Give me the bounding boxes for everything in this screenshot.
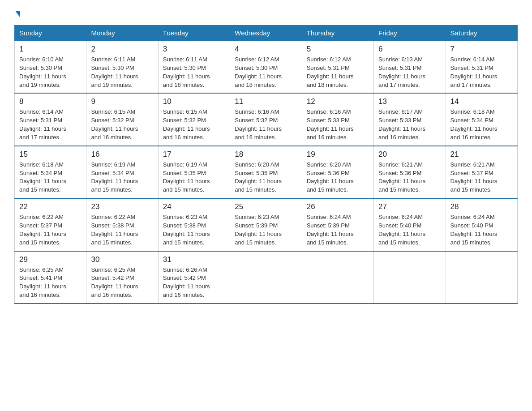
calendar-cell: 15 Sunrise: 6:18 AM Sunset: 5:34 PM Dayl… bbox=[15, 146, 86, 198]
calendar-week-row: 1 Sunrise: 6:10 AM Sunset: 5:30 PM Dayli… bbox=[15, 41, 518, 93]
day-number: 28 bbox=[450, 202, 513, 211]
day-info: Sunrise: 6:16 AM Sunset: 5:32 PM Dayligh… bbox=[235, 108, 297, 141]
day-number: 27 bbox=[378, 202, 441, 211]
calendar-week-row: 15 Sunrise: 6:18 AM Sunset: 5:34 PM Dayl… bbox=[15, 146, 518, 198]
day-info: Sunrise: 6:20 AM Sunset: 5:36 PM Dayligh… bbox=[307, 161, 369, 194]
page-header bbox=[14, 11, 518, 17]
day-info: Sunrise: 6:10 AM Sunset: 5:30 PM Dayligh… bbox=[19, 56, 82, 89]
calendar-cell: 18 Sunrise: 6:20 AM Sunset: 5:35 PM Dayl… bbox=[230, 146, 302, 198]
calendar-cell: 7 Sunrise: 6:14 AM Sunset: 5:31 PM Dayli… bbox=[446, 41, 517, 93]
day-info: Sunrise: 6:18 AM Sunset: 5:34 PM Dayligh… bbox=[450, 108, 513, 141]
day-info: Sunrise: 6:14 AM Sunset: 5:31 PM Dayligh… bbox=[450, 56, 513, 89]
day-number: 17 bbox=[163, 150, 225, 159]
calendar-cell bbox=[374, 251, 446, 304]
day-info: Sunrise: 6:21 AM Sunset: 5:36 PM Dayligh… bbox=[378, 161, 441, 194]
calendar-cell: 11 Sunrise: 6:16 AM Sunset: 5:32 PM Dayl… bbox=[230, 93, 302, 146]
day-info: Sunrise: 6:26 AM Sunset: 5:42 PM Dayligh… bbox=[163, 266, 225, 300]
calendar-cell: 24 Sunrise: 6:23 AM Sunset: 5:38 PM Dayl… bbox=[158, 198, 230, 251]
day-info: Sunrise: 6:13 AM Sunset: 5:31 PM Dayligh… bbox=[378, 56, 441, 89]
day-number: 29 bbox=[19, 255, 82, 264]
calendar-cell: 8 Sunrise: 6:14 AM Sunset: 5:31 PM Dayli… bbox=[15, 93, 86, 146]
day-number: 3 bbox=[163, 45, 225, 54]
logo-arrow-icon bbox=[15, 11, 20, 17]
weekday-header-friday: Friday bbox=[374, 26, 446, 41]
calendar-cell: 22 Sunrise: 6:22 AM Sunset: 5:37 PM Dayl… bbox=[15, 198, 86, 251]
day-info: Sunrise: 6:20 AM Sunset: 5:35 PM Dayligh… bbox=[235, 161, 297, 194]
day-info: Sunrise: 6:22 AM Sunset: 5:37 PM Dayligh… bbox=[19, 213, 82, 247]
day-info: Sunrise: 6:25 AM Sunset: 5:42 PM Dayligh… bbox=[91, 266, 153, 300]
weekday-header-row: SundayMondayTuesdayWednesdayThursdayFrid… bbox=[15, 26, 518, 41]
logo bbox=[14, 11, 20, 17]
calendar-cell: 23 Sunrise: 6:22 AM Sunset: 5:38 PM Dayl… bbox=[86, 198, 158, 251]
calendar-cell: 30 Sunrise: 6:25 AM Sunset: 5:42 PM Dayl… bbox=[86, 251, 158, 304]
calendar-cell: 2 Sunrise: 6:11 AM Sunset: 5:30 PM Dayli… bbox=[86, 41, 158, 93]
day-info: Sunrise: 6:14 AM Sunset: 5:31 PM Dayligh… bbox=[19, 108, 82, 141]
calendar-cell: 29 Sunrise: 6:25 AM Sunset: 5:41 PM Dayl… bbox=[15, 251, 86, 304]
calendar-cell: 5 Sunrise: 6:12 AM Sunset: 5:31 PM Dayli… bbox=[302, 41, 373, 93]
weekday-header-tuesday: Tuesday bbox=[158, 26, 230, 41]
day-info: Sunrise: 6:12 AM Sunset: 5:31 PM Dayligh… bbox=[307, 56, 369, 89]
day-number: 26 bbox=[307, 202, 369, 211]
day-number: 9 bbox=[91, 97, 153, 106]
calendar-cell: 3 Sunrise: 6:11 AM Sunset: 5:30 PM Dayli… bbox=[158, 41, 230, 93]
day-number: 10 bbox=[163, 97, 225, 106]
calendar-cell: 12 Sunrise: 6:16 AM Sunset: 5:33 PM Dayl… bbox=[302, 93, 373, 146]
day-info: Sunrise: 6:24 AM Sunset: 5:39 PM Dayligh… bbox=[307, 213, 369, 247]
calendar-cell: 25 Sunrise: 6:23 AM Sunset: 5:39 PM Dayl… bbox=[230, 198, 302, 251]
day-info: Sunrise: 6:11 AM Sunset: 5:30 PM Dayligh… bbox=[163, 56, 225, 89]
day-info: Sunrise: 6:15 AM Sunset: 5:32 PM Dayligh… bbox=[163, 108, 225, 141]
day-info: Sunrise: 6:15 AM Sunset: 5:32 PM Dayligh… bbox=[91, 108, 153, 141]
day-info: Sunrise: 6:25 AM Sunset: 5:41 PM Dayligh… bbox=[19, 266, 82, 300]
calendar-cell: 21 Sunrise: 6:21 AM Sunset: 5:37 PM Dayl… bbox=[446, 146, 517, 198]
calendar-cell: 28 Sunrise: 6:24 AM Sunset: 5:40 PM Dayl… bbox=[446, 198, 517, 251]
calendar-cell bbox=[446, 251, 517, 304]
calendar-cell: 19 Sunrise: 6:20 AM Sunset: 5:36 PM Dayl… bbox=[302, 146, 373, 198]
day-info: Sunrise: 6:22 AM Sunset: 5:38 PM Dayligh… bbox=[91, 213, 153, 247]
day-number: 18 bbox=[235, 150, 297, 159]
day-number: 30 bbox=[91, 255, 153, 264]
calendar-cell: 13 Sunrise: 6:17 AM Sunset: 5:33 PM Dayl… bbox=[374, 93, 446, 146]
weekday-header-thursday: Thursday bbox=[302, 26, 373, 41]
calendar-cell: 20 Sunrise: 6:21 AM Sunset: 5:36 PM Dayl… bbox=[374, 146, 446, 198]
day-number: 4 bbox=[235, 45, 297, 54]
day-info: Sunrise: 6:24 AM Sunset: 5:40 PM Dayligh… bbox=[450, 213, 513, 247]
day-info: Sunrise: 6:17 AM Sunset: 5:33 PM Dayligh… bbox=[378, 108, 441, 141]
day-info: Sunrise: 6:16 AM Sunset: 5:33 PM Dayligh… bbox=[307, 108, 369, 141]
calendar-cell: 6 Sunrise: 6:13 AM Sunset: 5:31 PM Dayli… bbox=[374, 41, 446, 93]
calendar-cell: 26 Sunrise: 6:24 AM Sunset: 5:39 PM Dayl… bbox=[302, 198, 373, 251]
calendar-cell: 9 Sunrise: 6:15 AM Sunset: 5:32 PM Dayli… bbox=[86, 93, 158, 146]
calendar-week-row: 29 Sunrise: 6:25 AM Sunset: 5:41 PM Dayl… bbox=[15, 251, 518, 304]
day-number: 8 bbox=[19, 97, 82, 106]
day-number: 23 bbox=[91, 202, 153, 211]
weekday-header-monday: Monday bbox=[86, 26, 158, 41]
calendar-cell bbox=[302, 251, 373, 304]
day-info: Sunrise: 6:24 AM Sunset: 5:40 PM Dayligh… bbox=[378, 213, 441, 247]
day-number: 21 bbox=[450, 150, 513, 159]
calendar-cell: 1 Sunrise: 6:10 AM Sunset: 5:30 PM Dayli… bbox=[15, 41, 86, 93]
calendar-week-row: 8 Sunrise: 6:14 AM Sunset: 5:31 PM Dayli… bbox=[15, 93, 518, 146]
day-number: 11 bbox=[235, 97, 297, 106]
calendar-cell: 10 Sunrise: 6:15 AM Sunset: 5:32 PM Dayl… bbox=[158, 93, 230, 146]
day-number: 14 bbox=[450, 97, 513, 106]
day-number: 12 bbox=[307, 97, 369, 106]
day-number: 19 bbox=[307, 150, 369, 159]
day-info: Sunrise: 6:23 AM Sunset: 5:39 PM Dayligh… bbox=[235, 213, 297, 247]
day-info: Sunrise: 6:23 AM Sunset: 5:38 PM Dayligh… bbox=[163, 213, 225, 247]
day-info: Sunrise: 6:12 AM Sunset: 5:30 PM Dayligh… bbox=[235, 56, 297, 89]
calendar-cell: 27 Sunrise: 6:24 AM Sunset: 5:40 PM Dayl… bbox=[374, 198, 446, 251]
day-info: Sunrise: 6:19 AM Sunset: 5:34 PM Dayligh… bbox=[91, 161, 153, 194]
day-number: 31 bbox=[163, 255, 225, 264]
day-number: 2 bbox=[91, 45, 153, 54]
day-number: 16 bbox=[91, 150, 153, 159]
day-number: 6 bbox=[378, 45, 441, 54]
day-number: 25 bbox=[235, 202, 297, 211]
day-number: 24 bbox=[163, 202, 225, 211]
weekday-header-sunday: Sunday bbox=[15, 26, 86, 41]
calendar-cell: 14 Sunrise: 6:18 AM Sunset: 5:34 PM Dayl… bbox=[446, 93, 517, 146]
day-info: Sunrise: 6:18 AM Sunset: 5:34 PM Dayligh… bbox=[19, 161, 82, 194]
calendar-cell: 16 Sunrise: 6:19 AM Sunset: 5:34 PM Dayl… bbox=[86, 146, 158, 198]
calendar-cell bbox=[230, 251, 302, 304]
calendar-cell: 17 Sunrise: 6:19 AM Sunset: 5:35 PM Dayl… bbox=[158, 146, 230, 198]
calendar-cell: 31 Sunrise: 6:26 AM Sunset: 5:42 PM Dayl… bbox=[158, 251, 230, 304]
day-number: 5 bbox=[307, 45, 369, 54]
